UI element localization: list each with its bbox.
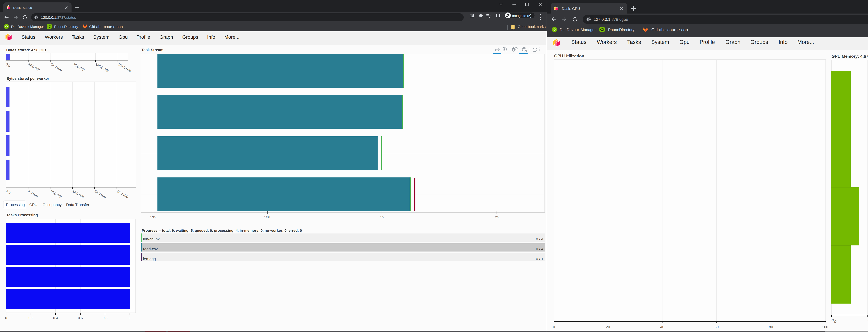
svg-text:16.0 GiB: 16.0 GiB bbox=[50, 189, 62, 199]
svg-text:0: 0 bbox=[5, 316, 7, 320]
svg-text:20: 20 bbox=[606, 325, 610, 329]
svg-text:0.0: 0.0 bbox=[831, 318, 837, 324]
svg-text:0.0: 0.0 bbox=[5, 189, 11, 195]
svg-text:0.0: 0.0 bbox=[5, 62, 11, 68]
svg-text:24.0 GiB: 24.0 GiB bbox=[72, 189, 85, 199]
svg-text:80: 80 bbox=[769, 325, 773, 329]
svg-text:128.0 GiB: 128.0 GiB bbox=[95, 62, 110, 73]
svg-text:100: 100 bbox=[822, 325, 828, 329]
svg-text:2.0 GiB: 2.0 GiB bbox=[867, 318, 868, 328]
svg-text:8.0 GiB: 8.0 GiB bbox=[27, 189, 39, 198]
svg-text:1/01: 1/01 bbox=[264, 215, 271, 219]
svg-text:60: 60 bbox=[715, 325, 718, 329]
svg-text:1s: 1s bbox=[380, 215, 384, 219]
svg-text:0.4: 0.4 bbox=[53, 316, 58, 320]
svg-text:32.0 GiB: 32.0 GiB bbox=[94, 189, 107, 199]
svg-text:0.6: 0.6 bbox=[78, 316, 83, 320]
svg-text:2s: 2s bbox=[495, 215, 499, 219]
svg-text:40.0 GiB: 40.0 GiB bbox=[116, 189, 129, 199]
svg-text:64.0 GiB: 64.0 GiB bbox=[50, 62, 63, 72]
svg-text:96.0 GiB: 96.0 GiB bbox=[72, 62, 85, 72]
svg-text:59s: 59s bbox=[150, 215, 156, 219]
svg-text:0: 0 bbox=[553, 325, 555, 329]
svg-text:32.0 GiB: 32.0 GiB bbox=[28, 62, 41, 72]
svg-text:40: 40 bbox=[660, 325, 664, 329]
svg-text:0.8: 0.8 bbox=[102, 316, 107, 320]
svg-text:1: 1 bbox=[129, 316, 131, 320]
svg-text:0.2: 0.2 bbox=[28, 316, 33, 320]
svg-text:160.0 GiB: 160.0 GiB bbox=[117, 62, 132, 73]
